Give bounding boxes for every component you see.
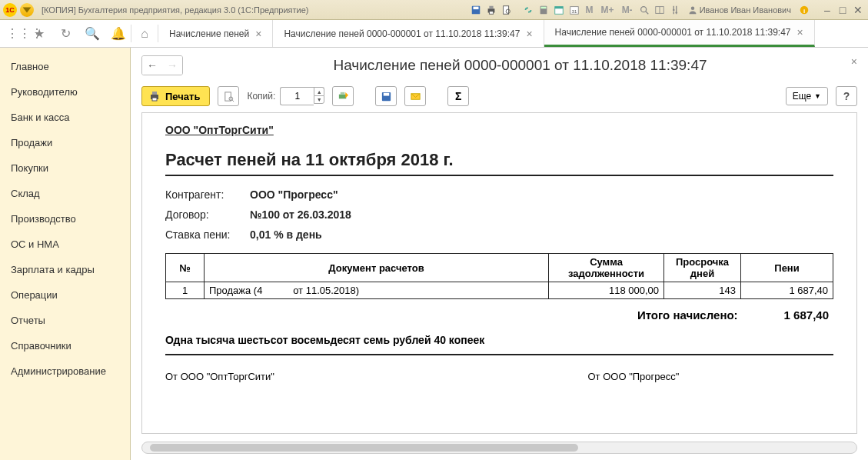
sidebar-item-reports[interactable]: Отчеты [0, 308, 130, 333]
favorites-icon[interactable]: ★ [32, 26, 46, 41]
svg-rect-23 [152, 92, 157, 95]
zoom-icon[interactable] [637, 3, 651, 17]
notifications-icon[interactable]: 🔔 [111, 26, 125, 41]
cell-num: 1 [166, 282, 205, 299]
memory-mplus-button[interactable]: M+ [598, 5, 617, 15]
back-button[interactable]: ← [142, 56, 162, 75]
th-sum: Сумма задолженности [549, 254, 664, 282]
home-icon[interactable]: ⌂ [138, 27, 151, 41]
app-menu-dropdown[interactable] [20, 3, 34, 17]
sidebar-item-manager[interactable]: Руководителю [0, 79, 130, 105]
svg-rect-4 [489, 11, 493, 14]
svg-rect-8 [540, 6, 546, 8]
page-title: Начисление пеней 0000-000001 от 11.10.20… [183, 57, 857, 74]
search-icon[interactable]: 🔍 [85, 26, 98, 41]
sidebar-item-hr[interactable]: Зарплата и кадры [0, 257, 130, 282]
tab-close-icon[interactable]: × [526, 28, 532, 40]
cell-doc: Продажа (4 от 11.05.2018) [205, 282, 549, 299]
window-title: [КОПИЯ] Бухгалтерия предприятия, редакци… [42, 5, 309, 15]
copies-label: Копий: [247, 91, 275, 102]
sidebar-item-bank[interactable]: Банк и касса [0, 105, 130, 130]
svg-point-13 [640, 6, 646, 12]
svg-text:31: 31 [571, 8, 577, 13]
link-icon[interactable] [521, 3, 535, 17]
maximize-button[interactable]: □ [836, 3, 850, 17]
sidebar-item-catalogs[interactable]: Справочники [0, 333, 130, 358]
panel-icon[interactable] [653, 3, 667, 17]
cell-peni: 1 687,40 [741, 282, 833, 299]
save-button[interactable] [375, 86, 397, 106]
sidebar-item-production[interactable]: Производство [0, 206, 130, 232]
total-label: Итого начислено: [637, 308, 738, 322]
info-icon[interactable]: i [797, 3, 811, 17]
apps-icon[interactable]: ⋮⋮⋮ [6, 26, 20, 41]
memory-mminus-button[interactable]: M- [619, 5, 636, 15]
horizontal-scrollbar[interactable] [141, 442, 857, 454]
cell-days: 143 [664, 282, 741, 299]
printer-icon [148, 90, 161, 102]
preview-icon[interactable] [500, 3, 514, 17]
cell-sum: 118 000,00 [549, 282, 664, 299]
table-row: 1 Продажа (4 от 11.05.2018) 118 000,00 1… [166, 282, 833, 299]
print-icon[interactable] [484, 3, 498, 17]
sidebar-item-assets[interactable]: ОС и НМА [0, 232, 130, 257]
tab-close-icon[interactable]: × [255, 28, 261, 40]
user-label[interactable]: Иванов Иван Иванович [683, 5, 796, 15]
sidebar-item-main[interactable]: Главное [0, 54, 130, 79]
tab-item[interactable]: Начисление пеней × [158, 20, 273, 47]
rate-value: 0,01 % в день [250, 228, 322, 241]
document-area[interactable]: ООО "ОптТоргСити" Расчет пеней на 11 окт… [141, 112, 857, 434]
close-button[interactable]: ✕ [851, 3, 865, 17]
app-logo: 1C [3, 3, 17, 17]
tab-item[interactable]: Начисление пеней 0000-000001 от 11.10.20… [273, 20, 544, 47]
save-disk-icon[interactable] [469, 3, 483, 17]
th-peni: Пени [741, 254, 833, 282]
nav-buttons: ← → [141, 55, 183, 75]
settings-icon[interactable] [668, 3, 682, 17]
tabbar: ⋮⋮⋮ ★ ↻ 🔍 🔔 ⌂ Начисление пеней × Начисле… [0, 20, 868, 48]
preview-button[interactable] [218, 86, 239, 106]
tab-close-icon[interactable]: × [797, 26, 803, 38]
email-button[interactable] [404, 86, 426, 106]
svg-point-19 [690, 6, 694, 10]
scrollbar-thumb[interactable] [150, 444, 578, 452]
doc-title: Расчет пеней на 11 октября 2018 г. [165, 150, 833, 176]
svg-rect-29 [341, 92, 345, 94]
th-days: Просрочка дней [664, 254, 741, 282]
sidebar-item-warehouse[interactable]: Склад [0, 181, 130, 206]
copies-up-button[interactable]: ▲ [314, 87, 324, 95]
svg-line-27 [232, 100, 234, 102]
sidebar: Главное Руководителю Банк и касса Продаж… [0, 48, 131, 460]
calculator-icon[interactable] [537, 3, 550, 17]
sign-from: От ООО "ОптТоргСити" [165, 371, 411, 382]
help-button[interactable]: ? [836, 86, 857, 106]
sum-button[interactable]: Σ [447, 86, 469, 106]
sidebar-item-sales[interactable]: Продажи [0, 130, 130, 155]
more-button[interactable]: Еще ▼ [786, 87, 828, 105]
counterparty-value: ООО "Прогресс" [250, 188, 338, 201]
svg-text:i: i [803, 7, 805, 14]
svg-point-18 [675, 12, 677, 14]
tab-item[interactable]: Начисление пеней 0000-000001 от 11.10.20… [544, 20, 815, 47]
sidebar-item-purchases[interactable]: Покупки [0, 155, 130, 181]
date-icon[interactable]: 31 [567, 3, 581, 17]
print-button[interactable]: Печать [141, 86, 210, 106]
history-icon[interactable]: ↻ [58, 26, 72, 41]
tab-label: Начисление пеней 0000-000001 от 11.10.20… [284, 28, 520, 39]
tab-label: Начисление пеней 0000-000001 от 11.10.20… [555, 27, 791, 38]
th-num: № [166, 254, 205, 282]
memory-m-button[interactable]: M [583, 5, 597, 15]
content-close-icon[interactable]: × [851, 55, 857, 68]
svg-rect-10 [554, 6, 563, 8]
svg-rect-24 [152, 98, 157, 101]
forward-button[interactable]: → [162, 56, 182, 75]
penalties-table: № Документ расчетов Сумма задолженности … [165, 253, 833, 299]
sidebar-item-admin[interactable]: Администрирование [0, 358, 130, 384]
calendar-icon[interactable] [552, 3, 566, 17]
copies-input[interactable] [280, 87, 314, 105]
quick-print-button[interactable] [332, 86, 354, 106]
contract-value: №100 от 26.03.2018 [250, 208, 351, 221]
copies-down-button[interactable]: ▼ [314, 95, 324, 104]
sidebar-item-operations[interactable]: Операции [0, 282, 130, 308]
minimize-button[interactable]: – [820, 3, 834, 17]
